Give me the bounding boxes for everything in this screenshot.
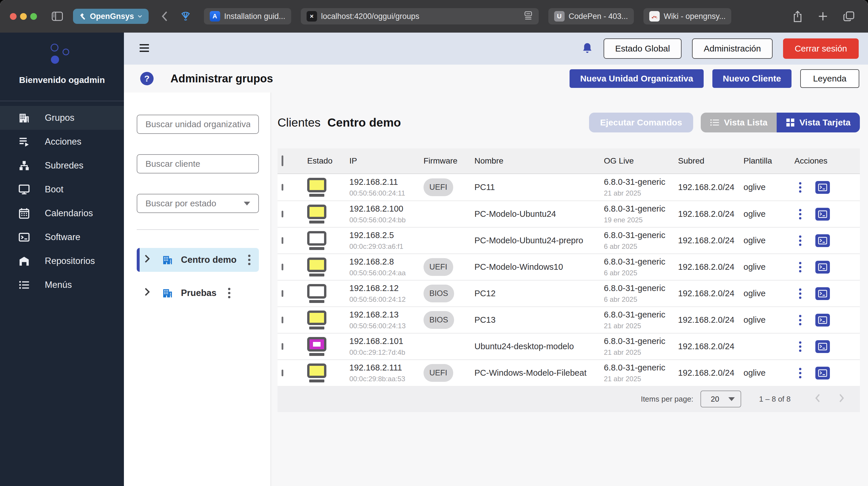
row-checkbox[interactable]: [282, 184, 283, 191]
row-checkbox[interactable]: [282, 370, 283, 376]
card-view-icon: [786, 118, 795, 127]
client-status-icon-busy: [307, 337, 327, 356]
notifications-bell-icon[interactable]: [582, 41, 593, 56]
administracion-button[interactable]: Administración: [692, 38, 773, 59]
client-mac: 00:50:56:00:24:13: [349, 322, 420, 330]
browser-sidebar-icon[interactable]: [52, 11, 63, 21]
client-terminal-button[interactable]: [815, 287, 830, 300]
firmware-badge: BIOS: [424, 284, 454, 302]
client-terminal-button[interactable]: [815, 208, 830, 221]
caret-down-icon: [244, 202, 250, 206]
row-menu-icon[interactable]: [799, 236, 801, 246]
share-icon[interactable]: [792, 9, 803, 23]
tree-node-pruebas[interactable]: Pruebas: [137, 281, 259, 305]
row-menu-icon[interactable]: [799, 182, 801, 193]
sidebar-item-grupos[interactable]: Grupos: [0, 106, 124, 130]
row-checkbox[interactable]: [282, 264, 283, 270]
sidebar-item-acciones[interactable]: Acciones: [0, 130, 124, 154]
browser-profile-button[interactable]: OpenGnsys: [73, 9, 149, 24]
new-tab-icon[interactable]: [817, 9, 829, 23]
row-checkbox[interactable]: [282, 316, 283, 323]
client-oglive-date: 6 abr 2025: [604, 242, 675, 250]
client-terminal-button[interactable]: [815, 314, 830, 327]
terminal-icon: [18, 231, 30, 243]
minimize-window-button[interactable]: [20, 13, 27, 20]
items-per-page-label: Items per page:: [641, 395, 693, 404]
sidebar-item-software[interactable]: Software: [0, 225, 124, 249]
next-page-button[interactable]: [837, 393, 846, 405]
expand-chevron-icon[interactable]: [143, 254, 151, 266]
tab-overview-icon[interactable]: [842, 9, 855, 23]
select-all-checkbox[interactable]: [282, 155, 283, 166]
sidebar-item-repositorios[interactable]: Repositorios: [0, 249, 124, 273]
estado-global-button[interactable]: Estado Global: [603, 38, 682, 59]
sidebar-item-boot[interactable]: Boot: [0, 178, 124, 202]
browser-tab-1[interactable]: AInstallation guid...: [204, 8, 291, 25]
sidebar-item-label: Menús: [45, 280, 72, 290]
back-button[interactable]: [160, 10, 169, 23]
close-window-button[interactable]: [10, 13, 17, 20]
row-menu-icon[interactable]: [248, 255, 250, 265]
vista-tarjeta-toggle[interactable]: Vista Tarjeta: [777, 113, 860, 132]
row-menu-icon[interactable]: [228, 288, 230, 298]
help-icon[interactable]: ?: [140, 72, 154, 85]
sidebar-item-calendarios[interactable]: Calendarios: [0, 202, 124, 225]
row-checkbox[interactable]: [282, 290, 283, 297]
browser-tab-3[interactable]: UCodePen - 403...: [548, 8, 634, 25]
client-template: oglive: [740, 262, 791, 272]
tab-title: Wiki - opengnsy...: [664, 12, 726, 21]
column-header-nombre: Nombre: [471, 156, 600, 165]
row-menu-icon[interactable]: [799, 209, 801, 219]
menu-hamburger-icon[interactable]: [138, 43, 150, 54]
client-terminal-button[interactable]: [815, 261, 830, 274]
maximize-window-button[interactable]: [30, 13, 37, 20]
client-terminal-button[interactable]: [815, 340, 830, 353]
client-terminal-button[interactable]: [815, 181, 830, 194]
row-menu-icon[interactable]: [799, 315, 801, 325]
client-oglive-date: 21 abr 2025: [604, 348, 675, 357]
actions-icon: [18, 135, 30, 148]
filters-panel: Buscar por estado Centro demoPruebas: [124, 93, 271, 486]
search-ou-input[interactable]: [137, 115, 259, 134]
nuevo-cliente-button[interactable]: Nuevo Cliente: [712, 69, 792, 88]
extension-fan-icon[interactable]: [180, 10, 192, 22]
row-menu-icon[interactable]: [799, 368, 801, 378]
tree-node-centro-demo[interactable]: Centro demo: [137, 248, 259, 272]
client-subnet: 192.168.2.0/24: [675, 342, 740, 351]
ejecutar-comandos-button[interactable]: Ejecutar Comandos: [589, 113, 693, 132]
client-name: PC-Modelo-Ubuntu24: [471, 209, 600, 219]
row-checkbox[interactable]: [282, 211, 283, 217]
sidebar-item-mens[interactable]: Menús: [0, 273, 124, 297]
browser-tab-4[interactable]: Wiki - opengnsy...: [644, 8, 732, 25]
page-size-select[interactable]: 20: [701, 391, 741, 407]
client-ip: 192.168.2.111: [349, 363, 420, 372]
vista-lista-toggle[interactable]: Vista Lista: [701, 113, 777, 132]
client-row-PC-Modelo-Windows10: 192.168.2.800:50:56:00:24:aaUEFIPC-Model…: [278, 253, 860, 280]
sidebar-item-subredes[interactable]: Subredes: [0, 154, 124, 178]
search-state-select[interactable]: Buscar por estado: [137, 194, 259, 213]
cerrar-sesion-button[interactable]: Cerrar sesión: [783, 38, 859, 59]
client-status-icon-on: [307, 363, 327, 383]
leyenda-button[interactable]: Leyenda: [800, 69, 859, 88]
row-checkbox[interactable]: [282, 237, 283, 244]
client-terminal-button[interactable]: [815, 367, 830, 379]
sidebar-header: Bienvenido ogadmin: [0, 33, 124, 101]
clients-heading: Clientes Centro demo: [278, 116, 401, 129]
nueva-unidad-organizativa-button[interactable]: Nueva Unidad Organizativa: [569, 69, 703, 88]
firmware-badge: UEFI: [424, 364, 453, 382]
previous-page-button[interactable]: [813, 393, 822, 405]
row-checkbox[interactable]: [282, 343, 283, 350]
row-menu-icon[interactable]: [799, 341, 801, 352]
row-menu-icon[interactable]: [799, 288, 801, 299]
row-menu-icon[interactable]: [799, 262, 801, 272]
sidebar-item-label: Grupos: [45, 113, 74, 123]
browser-tab-2[interactable]: ✕localhost:4200/oggui/groups: [301, 8, 539, 25]
caret-down-icon: [728, 397, 735, 401]
expand-chevron-icon[interactable]: [143, 287, 151, 299]
column-header-plantilla: Plantilla: [740, 156, 791, 165]
client-oglive-date: 21 abr 2025: [604, 189, 675, 197]
client-terminal-button[interactable]: [815, 234, 830, 247]
client-status-icon-off: [307, 231, 327, 250]
tab-page-settings-icon[interactable]: [524, 10, 533, 22]
search-client-input[interactable]: [137, 154, 259, 174]
